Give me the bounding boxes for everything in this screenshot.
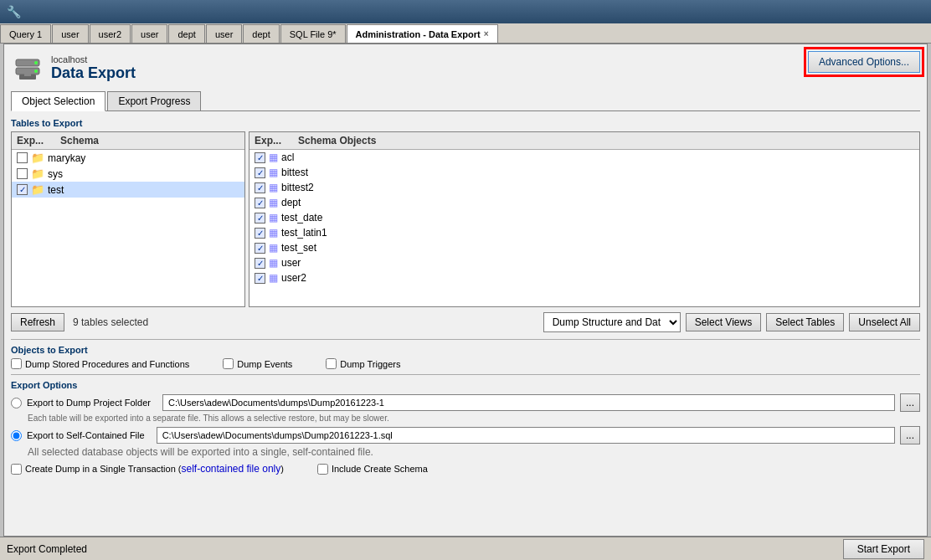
object-export-checkbox-dump-triggers[interactable] [326,358,337,369]
table-icon-test_set: ▦ [269,242,278,254]
selected-count: 9 tables selected [73,316,148,328]
refresh-button[interactable]: Refresh [11,313,64,331]
objects-section-title: Objects to Export [11,345,920,355]
self-contained-link[interactable]: self-contained file only [181,463,280,475]
schema-row-sys[interactable]: 📁sys [12,166,244,182]
dump-folder-path-input[interactable] [162,394,895,411]
folder-icon-marykay: 📁 [31,152,44,164]
objects-panel-header: Exp... Schema Objects [249,132,919,150]
select-views-button[interactable]: Select Views [686,313,761,331]
object-row-acl[interactable]: ✓▦acl [249,150,919,165]
status-bar: Export Completed Start Export [0,537,931,560]
object-checkbox-dept[interactable]: ✓ [255,198,265,208]
object-checkbox-bittest[interactable]: ✓ [255,167,265,178]
schema-row-marykay[interactable]: 📁marykay [12,150,244,166]
export-self-contained-label: Export to Self-Contained File [27,430,145,440]
include-schema-row: Include Create Schema [317,463,428,475]
tab-admin[interactable]: Administration - Data Export× [347,24,498,43]
object-export-checkbox-dump-stored-procedures-and-functions[interactable] [11,358,22,369]
dump-select[interactable]: Dump Structure and DatDump Structure Onl… [543,312,681,332]
schema-checkbox-sys[interactable] [17,168,28,179]
object-export-checkbox-dump-events[interactable] [223,358,234,369]
schema-panel-header: Exp... Schema [12,132,244,150]
object-label-user: user [281,257,301,269]
single-transaction-label: Create Dump in a Single Transaction (sel… [25,463,284,475]
tab-close-admin[interactable]: × [484,29,489,39]
export-dump-folder-radio[interactable] [11,398,22,408]
object-label-test_date: test_date [281,212,322,223]
object-checkbox-test_date[interactable]: ✓ [255,213,265,223]
objects-row: Dump Stored Procedures and FunctionsDump… [11,358,920,369]
include-schema-checkbox[interactable] [317,464,328,475]
object-label-test_set: test_set [281,242,316,254]
browse-folder-button[interactable]: ... [900,393,920,412]
object-label-acl: acl [281,152,294,163]
schema-label-sys: sys [48,168,63,180]
tab-user1[interactable]: user [52,24,88,43]
status-text: Export Completed [7,543,87,555]
object-row-bittest2[interactable]: ✓▦bittest2 [249,180,919,195]
object-checkbox-bittest2[interactable]: ✓ [255,182,265,193]
tables-export-area: Exp... Schema 📁marykay📁sys✓📁test Exp... … [11,131,920,307]
select-tables-button[interactable]: Select Tables [766,313,844,331]
single-transaction-checkbox[interactable] [11,464,22,475]
tab-dept1[interactable]: dept [168,24,204,43]
bottom-checkboxes: Create Dump in a Single Transaction (sel… [11,463,920,475]
table-icon-dept: ▦ [269,197,278,208]
exp-col-header2: Exp... [255,135,281,146]
object-rows: ✓▦acl✓▦bittest✓▦bittest2✓▦dept✓▦test_dat… [249,150,919,285]
export-options: Export to Dump Project Folder ... Each t… [11,393,920,475]
object-row-bittest[interactable]: ✓▦bittest [249,165,919,180]
folder-icon-test: 📁 [31,183,44,196]
subtab-object-selection[interactable]: Object Selection [11,91,105,111]
schema-checkbox-marykay[interactable] [17,152,28,163]
export-self-contained-radio[interactable] [11,430,22,441]
schema-rows: 📁marykay📁sys✓📁test [12,150,244,198]
object-row-dept[interactable]: ✓▦dept [249,195,919,210]
table-icon-test_latin1: ▦ [269,227,278,239]
tab-dept2[interactable]: dept [243,24,279,43]
objects-col-header: Schema Objects [298,135,376,146]
object-label-bittest: bittest [281,167,308,178]
server-info: localhost Data Export [51,54,136,82]
tab-bar: Query 1useruser2userdeptuserdeptSQL File… [0,23,931,44]
app-icon: 🔧 [7,5,21,18]
schema-checkbox-test[interactable]: ✓ [17,184,28,195]
object-checkbox-acl[interactable]: ✓ [255,152,265,163]
object-export-label: Dump Events [237,359,292,369]
bottom-controls: Refresh 9 tables selected Dump Structure… [11,312,920,332]
self-contained-path-input[interactable] [157,427,895,444]
table-icon-user2: ▦ [269,272,278,284]
object-row-user[interactable]: ✓▦user [249,255,919,270]
schema-col-header: Schema [60,135,99,146]
advanced-options-button[interactable]: Advanced Options... [808,51,920,73]
start-export-button[interactable]: Start Export [843,539,924,559]
single-transaction-row: Create Dump in a Single Transaction (sel… [11,463,284,475]
object-checkbox-test_latin1[interactable]: ✓ [255,228,265,239]
subtab-export-progress[interactable]: Export Progress [107,91,201,110]
tab-user4[interactable]: user [206,24,242,43]
tab-query1[interactable]: Query 1 [0,24,51,43]
folder-icon-sys: 📁 [31,167,44,180]
svg-rect-5 [24,73,31,76]
unselect-all-button[interactable]: Unselect All [849,313,920,331]
table-icon-bittest: ▦ [269,167,278,178]
tab-sqlfile[interactable]: SQL File 9* [280,24,346,43]
table-icon-user: ▦ [269,257,278,269]
tables-section-title: Tables to Export [11,118,920,128]
object-export-row: Dump Events [223,358,292,369]
object-row-test_latin1[interactable]: ✓▦test_latin1 [249,225,919,240]
object-checkbox-user[interactable]: ✓ [255,258,265,269]
object-label-test_latin1: test_latin1 [281,227,327,239]
object-checkbox-user2[interactable]: ✓ [255,273,265,284]
tab-user2[interactable]: user2 [90,24,131,43]
object-row-test_set[interactable]: ✓▦test_set [249,240,919,255]
svg-point-3 [34,69,38,73]
schema-row-test[interactable]: ✓📁test [12,182,244,198]
sub-tabs: Object SelectionExport Progress [11,91,920,111]
object-checkbox-test_set[interactable]: ✓ [255,243,265,254]
object-row-test_date[interactable]: ✓▦test_date [249,210,919,225]
tab-user3[interactable]: user [131,24,167,43]
object-row-user2[interactable]: ✓▦user2 [249,270,919,285]
browse-file-button[interactable]: ... [900,426,920,444]
